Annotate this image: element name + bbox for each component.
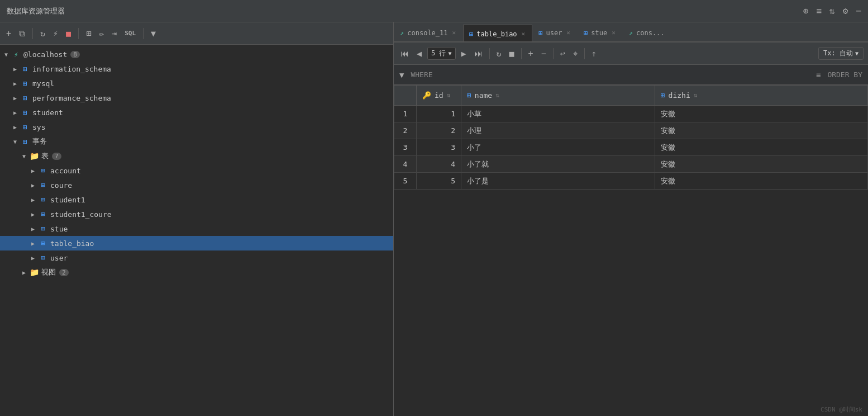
list-icon[interactable]: ≡ <box>816 6 822 16</box>
table-row[interactable]: 3 3 小了 安徽 <box>394 139 868 156</box>
col-header-name[interactable]: ⊞ name ⇅ <box>461 86 655 106</box>
edit-data-icon[interactable]: ✏ <box>97 27 106 40</box>
console-icon-tab: ↗ <box>400 29 404 37</box>
table-row[interactable]: 1 1 小草 安徽 <box>394 106 868 122</box>
tree-item-localhost[interactable]: ⚡ @localhost 8 <box>0 47 393 62</box>
table-row[interactable]: 5 5 小了是 安徽 <box>394 173 868 190</box>
tx-label: Tx: 自动 <box>823 49 853 58</box>
tab-close-user[interactable]: ✕ <box>565 29 571 37</box>
tree-item-stue[interactable]: ⊞ stue <box>0 221 393 236</box>
table-icon-table-biao: ⊞ <box>38 239 48 247</box>
tree-item-mysql[interactable]: ⊞ mysql <box>0 76 393 91</box>
minimize-icon[interactable]: − <box>856 6 861 16</box>
col-icon-dizhi: ⊞ <box>661 91 665 100</box>
name-cell: 小了就 <box>461 156 655 173</box>
tree-item-sys[interactable]: ⊞ sys <box>0 120 393 134</box>
add-row-icon[interactable]: + <box>526 48 536 60</box>
tree-label-information-schema: information_schema <box>32 65 111 73</box>
filter-icon[interactable]: ▼ <box>149 27 158 40</box>
table-icon-user: ⊞ <box>38 254 48 262</box>
view-table-icon[interactable]: ⊞ <box>84 27 93 40</box>
tree-item-tables-folder[interactable]: 📁 表 7 <box>0 149 393 163</box>
tab-user[interactable]: ⊞ user ✕ <box>532 23 578 41</box>
sort-icon-id[interactable]: ⇅ <box>447 92 451 99</box>
stop-query-icon[interactable]: ■ <box>507 48 517 60</box>
tree-item-views-folder[interactable]: 📁 视图 2 <box>0 265 393 280</box>
col-header-dizhi[interactable]: ⊞ dizhi ⇅ <box>655 86 867 106</box>
delete-row-icon[interactable]: − <box>539 48 549 60</box>
undo-icon[interactable]: ↩ <box>558 48 567 60</box>
tx-selector[interactable]: Tx: 自动 ▼ <box>818 47 864 60</box>
tree-item-coure[interactable]: ⊞ coure <box>0 178 393 192</box>
tree-arrow-student1-coure <box>29 210 37 218</box>
refresh-data-icon[interactable]: ↻ <box>494 48 504 60</box>
tree-item-performance-schema[interactable]: ⊞ performance_schema <box>0 91 393 105</box>
tree-item-shiwu[interactable]: ⊞ 事务 <box>0 134 393 149</box>
tree-arrow-user <box>29 254 37 262</box>
tree-item-student1-coure[interactable]: ⊞ student1_coure <box>0 207 393 221</box>
dizhi-cell: 安徽 <box>655 173 867 190</box>
tree-arrow-coure <box>29 181 37 189</box>
tab-cons[interactable]: ↗ cons... <box>623 23 671 41</box>
tree-item-user[interactable]: ⊞ user <box>0 250 393 265</box>
table-body: 1 1 小草 安徽 2 2 小理 安徽 3 3 小了 安徽 4 4 小了就 安徽… <box>394 106 868 190</box>
add-connection-icon[interactable]: ⊕ <box>803 6 809 16</box>
scroll-up-icon[interactable]: ↑ <box>589 48 599 60</box>
prev-row-icon[interactable]: ◀ <box>414 48 424 60</box>
tab-label-user: user <box>546 29 562 37</box>
watermark: CSDN @时间sk <box>821 405 862 414</box>
row-count-label: 5 行 <box>431 49 446 58</box>
tree-item-table-biao[interactable]: ⊞ table_biao <box>0 236 393 250</box>
title-bar: 数据库资源管理器 ⊕ ≡ ⇅ ⚙ − <box>0 0 868 22</box>
tree-arrow-views <box>20 268 28 276</box>
right-panel: ↗ console_11 ✕ ⊞ table_biao ✕ ⊞ user ✕ ⊞… <box>394 22 868 416</box>
tree-label-localhost: @localhost <box>23 50 67 59</box>
sort-icon-name[interactable]: ⇅ <box>495 92 499 99</box>
db-icon-sys: ⊞ <box>20 123 30 131</box>
search-data-icon[interactable]: ⌖ <box>571 48 580 60</box>
sidebar-tree[interactable]: ⚡ @localhost 8 ⊞ information_schema ⊞ my… <box>0 45 393 416</box>
folder-icon-views: 📁 <box>29 268 39 276</box>
first-row-icon[interactable]: ⏮ <box>398 48 411 60</box>
sort-icon-dizhi[interactable]: ⇅ <box>694 92 698 99</box>
table-row[interactable]: 2 2 小理 安徽 <box>394 122 868 139</box>
tree-item-information-schema[interactable]: ⊞ information_schema <box>0 62 393 76</box>
tree-label-stue: stue <box>50 225 68 233</box>
row-num-cell: 5 <box>394 173 417 190</box>
jump-icon[interactable]: ⇥ <box>110 27 118 40</box>
col-label-id: id <box>435 91 443 100</box>
new-connection-icon[interactable]: + <box>4 27 13 40</box>
copy-connection-icon[interactable]: ⧉ <box>17 27 27 40</box>
tab-close-table-biao[interactable]: ✕ <box>521 30 527 38</box>
sql-editor-icon[interactable]: SQL <box>123 29 137 38</box>
stop-icon[interactable]: ■ <box>64 27 73 40</box>
tree-item-account[interactable]: ⊞ account <box>0 163 393 178</box>
tree-label-table-biao: table_biao <box>50 239 94 248</box>
tab-stue[interactable]: ⊞ stue ✕ <box>578 23 623 41</box>
tab-close-stue[interactable]: ✕ <box>611 29 617 37</box>
db-icon-shiwu: ⊞ <box>20 138 30 145</box>
toolbar-divider3 <box>143 28 144 39</box>
query-toolbar: ⏮ ◀ 5 行 ▼ ▶ ⏭ ↻ ■ + − ↩ ⌖ ↑ Tx: 自动 ▼ <box>394 42 868 65</box>
tree-label-student1: student1 <box>50 196 85 204</box>
id-cell: 5 <box>417 173 461 190</box>
tree-item-student1[interactable]: ⊞ student1 <box>0 192 393 207</box>
settings-icon[interactable]: ⚙ <box>843 6 848 16</box>
refresh-tree-icon[interactable]: ↻ <box>39 27 47 40</box>
dizhi-cell: 安徽 <box>655 156 867 173</box>
tree-arrow-account <box>29 167 37 174</box>
last-row-icon[interactable]: ⏭ <box>472 48 485 60</box>
tree-arrow-localhost <box>2 50 10 58</box>
next-row-icon[interactable]: ▶ <box>459 48 469 60</box>
tab-table-biao[interactable]: ⊞ table_biao ✕ <box>463 25 532 42</box>
row-count-selector[interactable]: 5 行 ▼ <box>427 47 455 60</box>
col-header-id[interactable]: 🔑 id ⇅ <box>417 86 461 106</box>
table-row[interactable]: 4 4 小了就 安徽 <box>394 156 868 173</box>
name-cell: 小草 <box>461 106 655 122</box>
filter-schema-icon[interactable]: ⚡ <box>51 27 60 40</box>
data-area[interactable]: 🔑 id ⇅ ⊞ name ⇅ <box>394 85 868 416</box>
tree-item-student[interactable]: ⊞ student <box>0 105 393 120</box>
tab-console-11[interactable]: ↗ console_11 ✕ <box>394 23 463 41</box>
collapse-icon[interactable]: ⇅ <box>829 6 835 16</box>
tab-close-console-11[interactable]: ✕ <box>451 29 457 37</box>
